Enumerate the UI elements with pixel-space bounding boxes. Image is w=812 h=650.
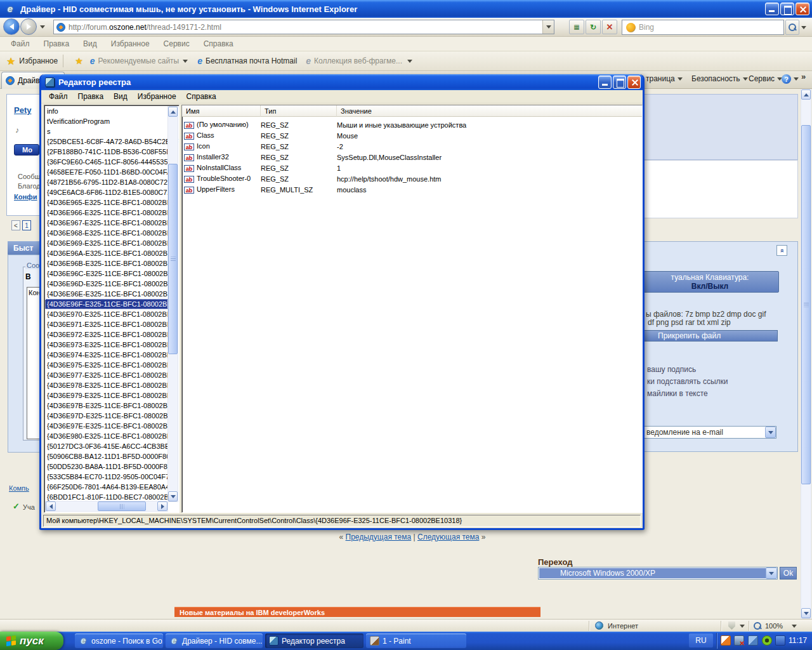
tree-item[interactable]: {4D36E975-E325-11CE-BFC1-08002BE1 bbox=[45, 360, 168, 370]
forum-footer-link[interactable]: Компь bbox=[9, 484, 29, 492]
shield-icon[interactable] bbox=[728, 621, 735, 630]
tree-item[interactable]: {4D36E973-E325-11CE-BFC1-08002BE1 bbox=[45, 340, 168, 350]
fav-suggested-sites[interactable]: Рекомендуемые сайты bbox=[98, 56, 180, 65]
tree-item[interactable]: {4D36E967-E325-11CE-BFC1-08002BE1 bbox=[45, 218, 168, 228]
ie-menu-item[interactable]: Справка bbox=[198, 38, 239, 50]
column-header-type[interactable]: Тип bbox=[261, 105, 337, 117]
tree-scroll-up-button[interactable] bbox=[168, 107, 178, 117]
shield-dropdown-icon[interactable] bbox=[740, 625, 745, 628]
tree-item[interactable]: {4D36E972-E325-11CE-BFC1-08002BE1 bbox=[45, 329, 168, 340]
forum-username-link[interactable]: Pety bbox=[14, 105, 31, 115]
tree-item[interactable]: {36FC9E60-C465-11CF-8056-44455354 bbox=[45, 157, 168, 167]
jump-ok-button[interactable]: Ok bbox=[780, 567, 797, 580]
add-favorite-icon[interactable]: ★ bbox=[75, 56, 83, 66]
tree-scroll-right-button[interactable] bbox=[157, 501, 167, 511]
tree-item[interactable]: {50906CB8-BA12-11D1-BF5D-0000F805 bbox=[45, 451, 168, 461]
tree-item[interactable]: {4D36E974-E325-11CE-BFC1-08002BE1 bbox=[45, 350, 168, 360]
tree-item[interactable]: {4D36E96B-E325-11CE-BFC1-08002BE1 bbox=[45, 258, 168, 269]
command-help[interactable]: ? bbox=[782, 74, 799, 84]
option-smilies-label[interactable]: майлики в тексте bbox=[647, 389, 708, 398]
stop-button[interactable]: ✕ bbox=[602, 20, 617, 34]
tree-hscrollbar[interactable] bbox=[45, 501, 168, 512]
tray-network-icon[interactable] bbox=[748, 635, 758, 646]
select-dropdown-button[interactable] bbox=[765, 427, 776, 438]
ie-menu-item[interactable]: Вид bbox=[77, 38, 103, 50]
taskbar-button-paint[interactable]: 1 - Paint bbox=[366, 633, 466, 648]
pagination-prev[interactable]: < bbox=[11, 220, 20, 230]
address-bar[interactable]: http://forum.oszone.net/thread-149171-2.… bbox=[53, 20, 554, 34]
participate-label[interactable]: Уча bbox=[23, 503, 35, 511]
regedit-menu-item[interactable]: Вид bbox=[108, 91, 133, 102]
tree-item[interactable]: {4D36E977-E325-11CE-BFC1-08002BE1 bbox=[45, 370, 168, 380]
option-signature-label[interactable]: вашу подпись bbox=[647, 365, 696, 374]
jump-dropdown-button[interactable] bbox=[766, 567, 777, 579]
tree-item[interactable]: {4D36E96E-E325-11CE-BFC1-08002BE1 bbox=[45, 289, 168, 299]
search-button[interactable] bbox=[785, 20, 799, 35]
search-dropdown-icon[interactable] bbox=[801, 26, 806, 29]
ie-close-button[interactable] bbox=[796, 3, 809, 15]
tree-item[interactable]: tVerificationProgram bbox=[45, 116, 168, 126]
option-parse-links-label[interactable]: ки подставлять ссылки bbox=[647, 377, 728, 386]
regedit-menu-item[interactable]: Справка bbox=[181, 91, 221, 102]
registry-value-row[interactable]: ab(По умолчанию) REG_SZ Мыши и иные указ… bbox=[182, 119, 643, 130]
command-security[interactable]: Безопасность bbox=[691, 74, 748, 83]
tree-item[interactable]: s bbox=[45, 126, 168, 136]
registry-value-row[interactable]: abInstaller32 REG_SZ SysSetup.Dll,MouseC… bbox=[182, 152, 643, 162]
ie-menu-item[interactable]: Сервис bbox=[158, 38, 195, 50]
tree-item[interactable]: {4D36E96D-E325-11CE-BFC1-08002BE1 bbox=[45, 279, 168, 289]
scroll-up-button[interactable] bbox=[801, 90, 811, 100]
ie-maximize-button[interactable] bbox=[780, 3, 794, 15]
tree-item[interactable]: {533C5B84-EC70-11D2-9505-00C04F79 bbox=[45, 472, 168, 482]
tree-item[interactable]: info bbox=[45, 106, 168, 116]
tree-item[interactable]: {4D36E96C-E325-11CE-BFC1-08002BE1 bbox=[45, 269, 168, 279]
fav-web-slices[interactable]: Коллекция веб-фрагме... bbox=[314, 56, 402, 65]
registry-value-row[interactable]: abTroubleShooter-0 REG_SZ hcp://help/tsh… bbox=[182, 173, 643, 184]
tree-item[interactable]: {66F250D6-7801-4A64-B139-EEA80A45 bbox=[45, 482, 168, 492]
quick-reply-textarea[interactable]: Кон bbox=[27, 287, 39, 439]
registry-value-row[interactable]: abUpperFilters REG_MULTI_SZ mouclass bbox=[182, 184, 643, 195]
tree-hscroll-thumb[interactable] bbox=[98, 501, 146, 511]
tree-item[interactable]: {50127DC3-0F36-415E-A6CC-4CB3BE91 bbox=[45, 441, 168, 451]
forward-button[interactable] bbox=[20, 18, 37, 35]
tree-scroll-down-button[interactable] bbox=[168, 491, 178, 501]
command-page[interactable]: траница bbox=[646, 74, 683, 83]
tree-item[interactable]: {4D36E965-E325-11CE-BFC1-08002BE1 bbox=[45, 197, 168, 208]
taskbar-button-oszone[interactable]: e oszone - Поиск в Go... bbox=[75, 633, 163, 648]
tray-network-error-icon[interactable]: ✕ bbox=[734, 635, 744, 646]
tree-scroll-thumb[interactable] bbox=[168, 164, 178, 354]
fav-hotmail-link[interactable]: Бесплатная почта Hotmail bbox=[206, 56, 297, 65]
forum-profile-button[interactable]: Мо bbox=[14, 144, 39, 156]
tree-item[interactable]: {4D36E966-E325-11CE-BFC1-08002BE1 bbox=[45, 208, 168, 218]
ie-menu-item[interactable]: Файл bbox=[5, 38, 36, 50]
tree-item[interactable]: {4D36E96A-E325-11CE-BFC1-08002BE1 bbox=[45, 248, 168, 258]
ie-menu-item[interactable]: Правка bbox=[38, 38, 75, 50]
ie-minimize-button[interactable] bbox=[765, 3, 779, 15]
tree-item[interactable]: {25DBCE51-6C8F-4A72-8A6D-B54C2B4F bbox=[45, 136, 168, 147]
tray-app-icon[interactable] bbox=[721, 635, 731, 646]
address-dropdown-button[interactable] bbox=[542, 20, 554, 34]
next-topic-link[interactable]: Следующая тема bbox=[417, 533, 479, 541]
command-tools[interactable]: Сервис bbox=[749, 74, 782, 83]
zoom-dropdown-icon[interactable] bbox=[792, 625, 797, 628]
tree-scroll-left-button[interactable] bbox=[46, 501, 56, 511]
regedit-menu-item[interactable]: Файл bbox=[44, 91, 73, 102]
tray-player-icon[interactable] bbox=[762, 635, 772, 646]
developerworks-banner[interactable]: Новые материалы на IBM developerWorks bbox=[174, 607, 540, 617]
back-button[interactable] bbox=[3, 18, 20, 35]
tree-item[interactable]: {4D36E971-E325-11CE-BFC1-08002BE1 bbox=[45, 319, 168, 329]
regedit-menu-item[interactable]: Избранное bbox=[133, 91, 181, 102]
tree-item[interactable]: {48721B56-6795-11D2-B1A8-0080C72E bbox=[45, 177, 168, 187]
column-header-value[interactable]: Значение bbox=[337, 105, 643, 117]
favorites-button[interactable]: Избранное bbox=[19, 56, 58, 65]
regedit-titlebar[interactable]: Редактор реестра bbox=[41, 74, 643, 90]
email-notification-select[interactable]: ведомление на e-mail bbox=[641, 426, 776, 439]
taskbar-button-regedit[interactable]: Редактор реестра bbox=[265, 633, 363, 648]
attach-file-button[interactable]: Прикрепить файл bbox=[641, 330, 778, 342]
start-button[interactable]: пуск bbox=[0, 632, 63, 650]
page-scrollbar[interactable] bbox=[801, 89, 811, 619]
tree-item[interactable]: {4D36E970-E325-11CE-BFC1-08002BE1 bbox=[45, 309, 168, 319]
forum-config-link[interactable]: Конфи bbox=[14, 193, 37, 201]
scroll-down-button[interactable] bbox=[801, 608, 811, 618]
previous-topic-link[interactable]: Предыдущая тема bbox=[346, 533, 412, 541]
favorites-star-icon[interactable]: ★ bbox=[6, 55, 15, 67]
